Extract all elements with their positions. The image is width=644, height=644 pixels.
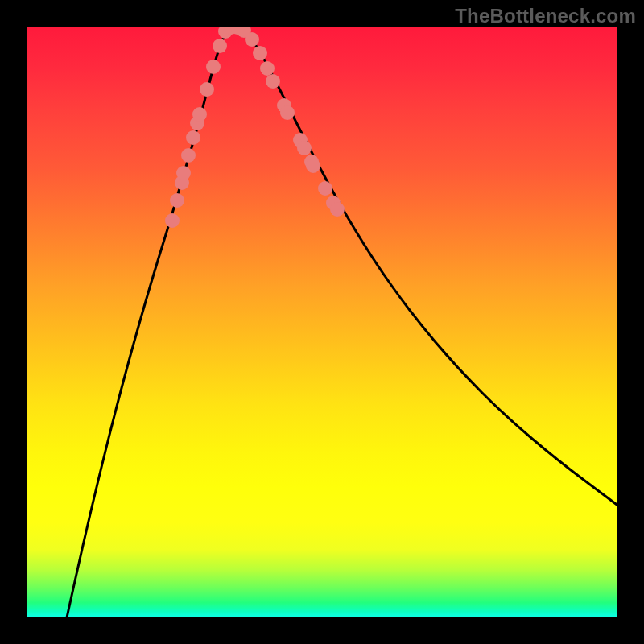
marker-dot bbox=[280, 105, 295, 120]
marker-dot bbox=[192, 107, 207, 122]
marker-dot bbox=[213, 39, 227, 53]
marker-dot bbox=[206, 60, 221, 74]
curve-group bbox=[67, 28, 617, 617]
marker-dot bbox=[200, 82, 214, 97]
marker-dot bbox=[181, 148, 196, 163]
marker-dot bbox=[176, 166, 191, 180]
marker-dot bbox=[253, 46, 267, 60]
marker-dot bbox=[318, 181, 332, 196]
marker-dot bbox=[245, 32, 259, 47]
marker-dot bbox=[186, 130, 200, 145]
bottleneck-curve bbox=[67, 28, 617, 617]
plot-area bbox=[27, 27, 617, 617]
watermark-text: TheBottleneck.com bbox=[455, 5, 636, 27]
chart-svg bbox=[27, 27, 617, 617]
chart-frame: TheBottleneck.com bbox=[0, 0, 644, 644]
marker-dot bbox=[165, 213, 180, 228]
marker-dot bbox=[306, 159, 320, 173]
marker-dot bbox=[170, 193, 184, 208]
marker-dot bbox=[260, 61, 275, 76]
marker-group bbox=[165, 27, 345, 228]
marker-dot bbox=[330, 202, 345, 217]
marker-dot bbox=[297, 141, 312, 155]
marker-dot bbox=[266, 74, 280, 89]
